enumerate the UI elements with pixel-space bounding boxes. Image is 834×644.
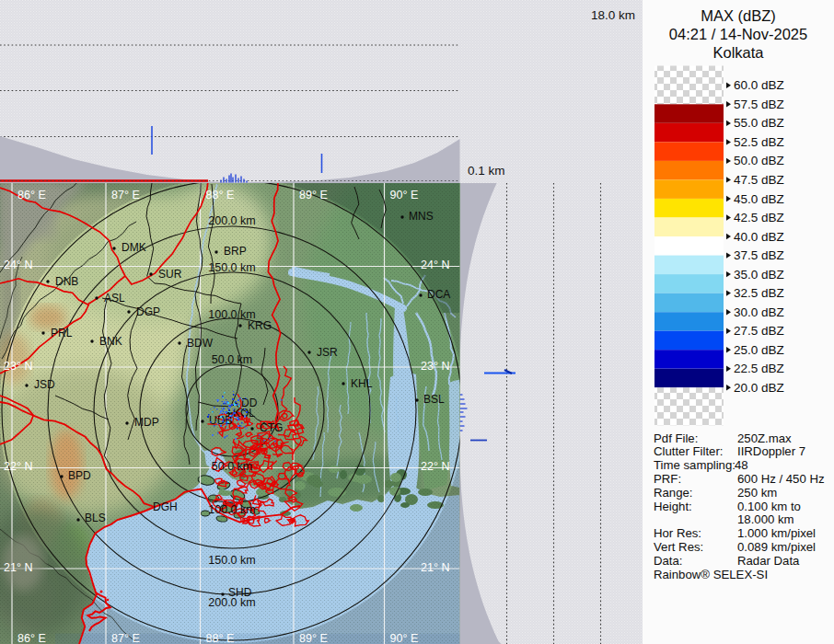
svg-text:BRP: BRP	[224, 245, 247, 258]
svg-text:KHL: KHL	[351, 377, 373, 390]
svg-text:22.5 dBZ: 22.5 dBZ	[734, 362, 784, 375]
svg-text:40.0 dBZ: 40.0 dBZ	[734, 230, 784, 244]
svg-text:47.5 dBZ: 47.5 dBZ	[734, 173, 784, 187]
svg-text:MAX (dBZ): MAX (dBZ)	[701, 7, 776, 24]
svg-text:Kolkata: Kolkata	[712, 44, 764, 61]
svg-text:0.1 km: 0.1 km	[468, 164, 505, 178]
svg-text:0.100 km to: 0.100 km to	[737, 500, 801, 513]
svg-text:0.089 km/pixel: 0.089 km/pixel	[737, 540, 816, 554]
svg-text:50.0 dBZ: 50.0 dBZ	[734, 154, 784, 167]
svg-text:MNS: MNS	[409, 210, 434, 223]
svg-text:22° N: 22° N	[421, 460, 449, 473]
svg-text:88° E: 88° E	[206, 632, 235, 644]
svg-text:87° E: 87° E	[111, 632, 140, 644]
svg-text:50.0 km: 50.0 km	[212, 353, 252, 366]
svg-text:DMK: DMK	[122, 241, 146, 254]
svg-text:22° N: 22° N	[4, 460, 32, 473]
svg-text:50.0 km: 50.0 km	[212, 460, 252, 473]
svg-text:Height:: Height:	[654, 500, 692, 513]
svg-text:30.0 dBZ: 30.0 dBZ	[734, 305, 784, 319]
svg-text:Radar Data: Radar Data	[737, 554, 800, 568]
svg-text:32.5 dBZ: 32.5 dBZ	[734, 286, 784, 300]
svg-text:90° E: 90° E	[390, 189, 419, 201]
svg-text:Vert Res:: Vert Res:	[654, 540, 703, 554]
svg-text:DGP: DGP	[136, 305, 160, 318]
svg-text:57.5 dBZ: 57.5 dBZ	[734, 98, 784, 111]
svg-text:60.0 dBZ: 60.0 dBZ	[734, 78, 784, 92]
svg-text:45.0 dBZ: 45.0 dBZ	[734, 192, 784, 206]
svg-text:150.0 km: 150.0 km	[208, 261, 255, 274]
svg-text:MDP: MDP	[134, 416, 159, 429]
svg-text:18.0 km: 18.0 km	[591, 8, 635, 22]
svg-text:23° N: 23° N	[421, 360, 449, 373]
svg-text:SHD: SHD	[228, 586, 252, 599]
svg-text:250 km: 250 km	[737, 486, 777, 500]
svg-text:88° E: 88° E	[206, 189, 235, 201]
svg-text:37.5 dBZ: 37.5 dBZ	[734, 248, 784, 262]
svg-text:Range:: Range:	[654, 486, 693, 500]
svg-text:600 Hz / 450 Hz: 600 Hz / 450 Hz	[737, 472, 825, 486]
svg-text:42.5 dBZ: 42.5 dBZ	[734, 211, 784, 224]
svg-text:IIRDoppler 7: IIRDoppler 7	[737, 444, 805, 458]
svg-text:PRL: PRL	[51, 327, 73, 339]
svg-text:150.0 km: 150.0 km	[208, 554, 255, 567]
svg-text:PRF:: PRF:	[654, 472, 681, 486]
svg-text:18.000 km: 18.000 km	[737, 512, 794, 526]
svg-text:CTG: CTG	[260, 421, 283, 434]
svg-text:04:21 / 14-Nov-2025: 04:21 / 14-Nov-2025	[669, 26, 807, 42]
svg-text:89° E: 89° E	[299, 632, 328, 644]
svg-text:35.0 dBZ: 35.0 dBZ	[734, 268, 784, 282]
svg-text:BPD: BPD	[68, 469, 91, 482]
svg-text:DNB: DNB	[55, 275, 78, 288]
svg-text:BNK: BNK	[99, 335, 122, 348]
svg-text:200.0 km: 200.0 km	[208, 214, 255, 227]
svg-text:86° E: 86° E	[17, 189, 46, 201]
svg-text:87° E: 87° E	[111, 189, 140, 201]
svg-text:SUR: SUR	[158, 268, 182, 281]
svg-text:90° E: 90° E	[390, 632, 419, 644]
svg-text:20.0 dBZ: 20.0 dBZ	[734, 381, 784, 395]
svg-text:DGH: DGH	[153, 500, 178, 513]
svg-text:21° N: 21° N	[4, 561, 32, 574]
svg-text:27.5 dBZ: 27.5 dBZ	[734, 324, 784, 338]
svg-text:BSL: BSL	[423, 393, 445, 406]
svg-text:52.5 dBZ: 52.5 dBZ	[734, 135, 784, 149]
svg-text:100.0 km: 100.0 km	[208, 503, 255, 516]
svg-text:DCA: DCA	[427, 288, 450, 301]
svg-text:Clutter Filter:: Clutter Filter:	[654, 444, 723, 458]
svg-text:24° N: 24° N	[4, 259, 32, 271]
svg-text:Time sampling:: Time sampling:	[654, 458, 736, 472]
svg-text:BLS: BLS	[85, 512, 106, 524]
svg-text:24° N: 24° N	[421, 259, 449, 271]
svg-text:Pdf File:: Pdf File:	[654, 431, 698, 445]
svg-text:Data:: Data:	[654, 554, 683, 568]
svg-text:89° E: 89° E	[299, 189, 328, 201]
svg-text:1.000 km/pixel: 1.000 km/pixel	[737, 526, 816, 540]
svg-text:JSR: JSR	[317, 346, 338, 359]
svg-text:Rainbow® SELEX-SI: Rainbow® SELEX-SI	[654, 568, 768, 581]
svg-text:55.0 dBZ: 55.0 dBZ	[734, 116, 784, 130]
svg-text:250Z.max: 250Z.max	[737, 431, 792, 445]
svg-text:Hor Res:: Hor Res:	[654, 526, 701, 540]
svg-text:21° N: 21° N	[421, 561, 449, 574]
svg-text:23° N: 23° N	[4, 360, 32, 373]
svg-text:25.0 dBZ: 25.0 dBZ	[734, 343, 784, 357]
svg-text:JSD: JSD	[34, 378, 55, 391]
svg-text:48: 48	[735, 458, 748, 472]
svg-text:86° E: 86° E	[17, 632, 46, 644]
svg-text:ASL: ASL	[104, 292, 125, 305]
svg-text:BDW: BDW	[187, 337, 214, 350]
svg-text:KRG: KRG	[248, 319, 272, 332]
